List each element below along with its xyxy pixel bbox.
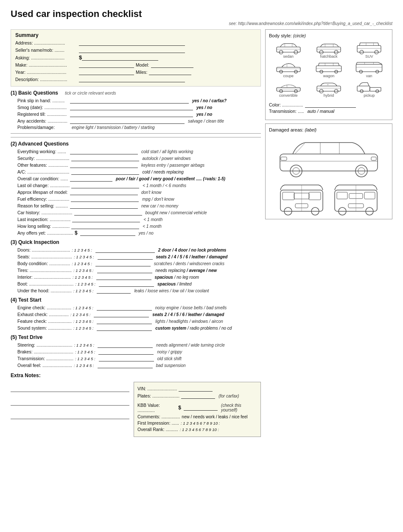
steering-field[interactable] (98, 342, 153, 348)
svg-rect-40 (317, 86, 341, 91)
list-item: Other features: ................ keyless… (17, 162, 261, 168)
exhaust-check-field[interactable] (94, 311, 149, 317)
seller-field[interactable] (79, 47, 185, 53)
reason-field[interactable] (70, 203, 138, 209)
list-item: Last oil change: ................ < 1 mo… (17, 182, 261, 188)
how-long-field[interactable] (71, 223, 139, 229)
car-type-van[interactable]: van (350, 60, 389, 78)
desc-label: Description: ...................... (15, 77, 79, 82)
lifespan-field[interactable] (70, 189, 138, 195)
plates-field[interactable] (181, 393, 215, 399)
make-field[interactable] (79, 62, 134, 68)
last-oil-field[interactable] (71, 182, 139, 188)
list-item: Any accidents: ................ salvage … (17, 118, 261, 124)
registered-field[interactable] (70, 111, 193, 117)
basic-q-title: (1) Basic Questions (11, 90, 58, 96)
other-features-field[interactable] (70, 162, 138, 168)
color-field[interactable] (305, 102, 356, 108)
year-field[interactable] (79, 69, 134, 75)
kbb-field[interactable] (184, 405, 218, 411)
vin-field[interactable] (179, 386, 213, 392)
note-line-3[interactable] (11, 409, 129, 419)
boot-field[interactable] (99, 281, 154, 287)
last-inspection-field[interactable] (72, 216, 140, 222)
desc-field[interactable] (79, 76, 185, 82)
body-condition-field[interactable] (95, 260, 151, 266)
overall-feel-field[interactable] (98, 362, 153, 368)
fuel-field[interactable] (71, 196, 139, 202)
first-impression-label: First Impression: ...... (137, 420, 179, 426)
kbb-label: KBB Value: .............. (137, 403, 176, 413)
accidents-field[interactable] (70, 118, 185, 124)
lifespan-options: don't know (141, 190, 162, 195)
see-link: see: http://www.andrewnoske.com/wiki/ind… (11, 21, 392, 26)
page-title: Used car inspection checklist (11, 8, 392, 20)
note-line-2[interactable] (11, 395, 129, 406)
note-line-1[interactable] (11, 382, 129, 392)
feature-check-field[interactable] (97, 318, 152, 324)
body-condition-label: Body condition: ................. (17, 261, 70, 266)
summary-make-row: Make: ............................... Mo… (15, 62, 256, 68)
vin-box: VIN: ........................ Plates: ..… (134, 382, 261, 437)
transmission-field[interactable] (99, 356, 154, 361)
offers-label: Any offers yet: ..................... (17, 230, 73, 235)
car-history-field[interactable] (74, 210, 142, 216)
test-drive-title: (5) Test Drive (11, 334, 261, 340)
car-type-wagon[interactable]: wagon (309, 60, 348, 78)
damaged-car-top (271, 135, 386, 177)
brakes-field[interactable] (98, 349, 154, 355)
list-item: Sound system: ................... : 1 2 … (17, 325, 261, 331)
car-type-hybrid[interactable]: H hybrid (309, 80, 348, 98)
overall-condition-field[interactable] (70, 176, 112, 182)
pink-slip-field[interactable] (70, 98, 189, 104)
car-type-coupe[interactable]: coupe (269, 60, 308, 78)
tires-field[interactable] (97, 267, 152, 273)
tires-options: needs replacing / average / new (156, 268, 217, 273)
car-type-convertible[interactable]: convertible (269, 80, 308, 98)
feature-check-rating: : 1 2 3 4 5 : (73, 319, 94, 324)
offers-field[interactable] (80, 230, 135, 236)
list-item: Reason for selling: .......... new car /… (17, 203, 261, 209)
everything-working-field[interactable] (70, 148, 138, 154)
miles-field[interactable] (149, 69, 191, 75)
car-type-hatchback[interactable]: hatchback (309, 41, 348, 59)
transmission-label: Transmission: ..... (269, 109, 304, 114)
car-type-pickup[interactable]: pickup (350, 80, 389, 98)
engine-check-field[interactable] (97, 305, 152, 311)
other-features-options: keyless entry / passenger airbags (141, 163, 204, 168)
make-label: Make: ............................... (15, 62, 79, 67)
suv-icon (354, 41, 384, 54)
smog-label: Smog (date): .................. (17, 105, 68, 110)
comments-options: new / needs work / leaks / nice feel (182, 414, 247, 419)
security-field[interactable] (71, 155, 139, 161)
asking-field[interactable] (82, 55, 158, 61)
comments-label: Comments: ............... (137, 414, 180, 419)
plates-label: Plates: ...................... (137, 393, 179, 398)
seats-field[interactable] (98, 254, 153, 260)
car-type-sedan[interactable]: sedan (269, 41, 308, 59)
engine-check-rating: : 1 2 3 4 5 : (73, 305, 93, 310)
list-item: Exhaust check: ................ : 1 2 3 … (17, 311, 261, 317)
list-item: Interior: ..............................… (17, 274, 261, 280)
summary-year-row: Year: ................................ M… (15, 69, 256, 75)
under-hood-field[interactable] (97, 288, 131, 294)
doors-field[interactable] (95, 247, 155, 253)
under-hood-rating: : 1 2 3 4 5 : (73, 288, 94, 293)
model-field[interactable] (151, 62, 193, 68)
summary-address-row: Address: ......................... (15, 40, 256, 46)
car-type-suv[interactable]: SUV (350, 41, 389, 59)
smog-field[interactable] (70, 104, 193, 110)
tick-hint: tick or circle relevant words (65, 91, 116, 95)
damaged-areas-title: Damaged areas: (label) (269, 127, 389, 132)
transmission-rating: : 1 2 3 4 5 : (75, 356, 95, 361)
seats-options: seats 2 / 4 / 5 / 6 / leather / damaged (156, 255, 228, 259)
overall-rank-rating: : 1 2 3 4 5 6 7 8 9 10 : (180, 427, 219, 432)
address-field[interactable] (79, 40, 185, 46)
interior-field[interactable] (96, 274, 151, 280)
sound-system-field[interactable] (97, 325, 152, 331)
svg-rect-6 (317, 47, 341, 52)
how-long-options: < 1 month (143, 224, 162, 229)
ac-field[interactable] (71, 169, 139, 175)
boot-rating: : 1 2 3 4 5 : (75, 282, 95, 286)
comments-row: Comments: ............... new / needs wo… (137, 414, 257, 419)
